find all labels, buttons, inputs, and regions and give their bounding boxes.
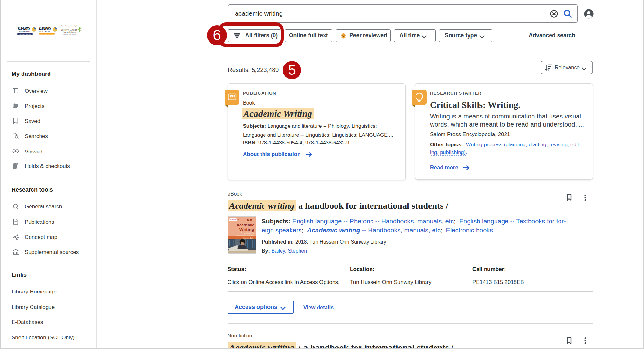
svg-text:A CLASS ABOVE: A CLASS ABOVE [19,33,31,35]
svg-text:Foundation: Foundation [63,31,76,34]
svg-text:COLLEGE: COLLEGE [39,30,50,33]
svg-text:UNIVERSITY: UNIVERSITY [18,30,31,33]
svg-text:Pathway to a Brighter Future: Pathway to a Brighter Future [38,33,55,35]
svg-text:Nurturing the Seeds of Wisdom: Nurturing the Seeds of Wisdom [63,34,76,35]
svg-text:Owned and governed by the: Owned and governed by the [61,25,78,27]
